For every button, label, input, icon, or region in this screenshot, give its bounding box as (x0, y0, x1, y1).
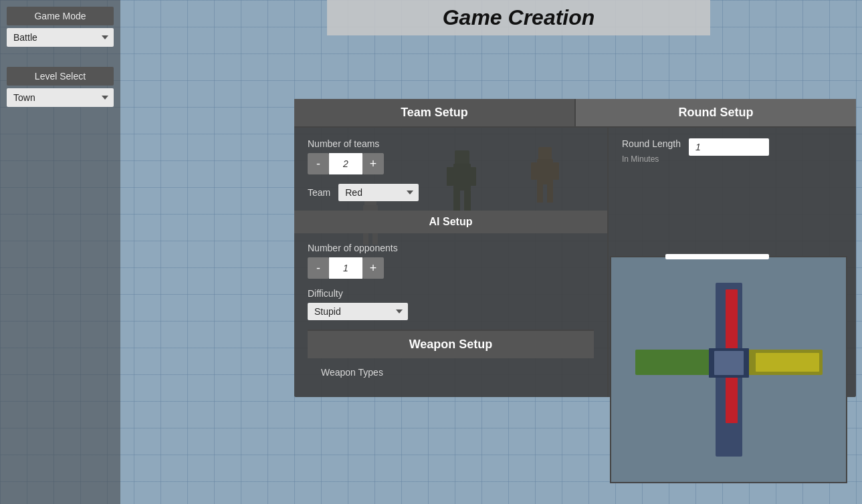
weapon-setup-header: Weapon Setup (308, 331, 594, 358)
difficulty-select[interactable]: Stupid Easy Medium Hard (308, 303, 408, 320)
round-length-input[interactable] (689, 138, 769, 156)
svg-rect-4 (756, 353, 819, 372)
sidebar: Game Mode Battle Deathmatch Capture Leve… (0, 0, 120, 504)
round-setup-header: Round Setup (574, 99, 856, 128)
game-mode-select[interactable]: Battle Deathmatch Capture (7, 28, 114, 47)
team-setup-header: Team Setup (294, 99, 574, 128)
num-opponents-input[interactable] (329, 257, 362, 279)
num-teams-input[interactable] (329, 153, 362, 174)
page-title: Game Creation (340, 5, 697, 30)
num-opponents-minus-btn[interactable]: - (308, 257, 329, 279)
difficulty-row: Difficulty Stupid Easy Medium Hard (308, 288, 594, 320)
round-info-group: Round Length In Minutes (622, 138, 681, 164)
num-teams-plus-btn[interactable]: + (362, 153, 384, 174)
difficulty-label: Difficulty (308, 288, 594, 299)
num-teams-stepper: - + (308, 153, 594, 174)
game-mode-label: Game Mode (7, 7, 114, 25)
panel-header-row: Team Setup Round Setup (294, 99, 856, 128)
weapon-types-label: Weapon Types (321, 367, 383, 378)
panel-left: Number of teams - + Team Red Blue Green … (294, 128, 609, 397)
num-opponents-stepper: - + (308, 257, 594, 279)
team-color-select[interactable]: Red Blue Green Yellow (338, 184, 419, 201)
round-setup-row: Round Length In Minutes (622, 138, 843, 164)
weapon-cross-svg (622, 269, 836, 470)
ai-setup-header: AI Setup (294, 211, 607, 233)
num-opponents-label: Number of opponents (308, 243, 594, 253)
num-opponents-row: Number of opponents - + (308, 243, 594, 279)
weapon-preview-area (610, 256, 847, 483)
round-length-sublabel: In Minutes (622, 154, 681, 164)
weapon-section: Weapon Setup Weapon Types (308, 330, 594, 386)
team-row: Team Red Blue Green Yellow (308, 184, 594, 201)
preview-progress-bar (665, 254, 769, 259)
team-label: Team (308, 187, 330, 198)
level-select-label: Level Select (7, 67, 114, 86)
title-bar: Game Creation (327, 0, 710, 35)
num-opponents-plus-btn[interactable]: + (362, 257, 384, 279)
weapon-body: Weapon Types (308, 358, 594, 386)
num-teams-row: Number of teams - + (308, 138, 594, 174)
num-teams-label: Number of teams (308, 138, 594, 149)
level-select-select[interactable]: Town Desert Forest (7, 88, 114, 107)
round-length-label: Round Length (622, 138, 681, 149)
weapon-preview-display (611, 257, 846, 482)
num-teams-minus-btn[interactable]: - (308, 153, 329, 174)
svg-rect-6 (714, 351, 744, 375)
